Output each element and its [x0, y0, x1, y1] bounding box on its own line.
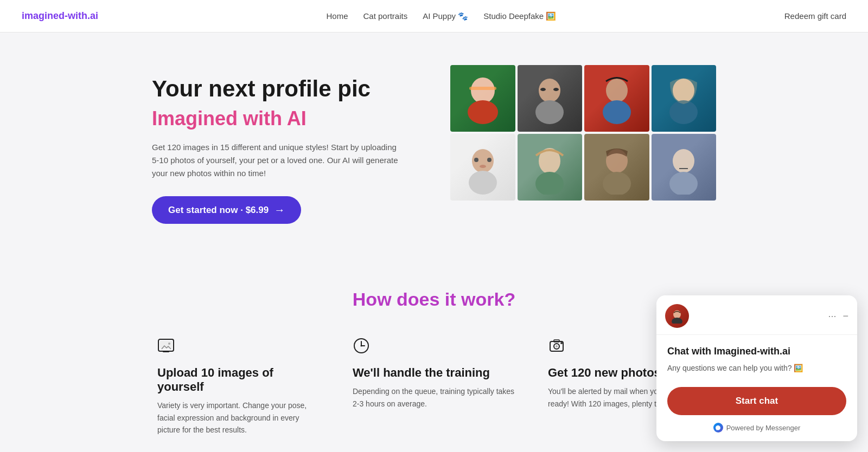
step-2-icon: [353, 337, 515, 358]
arrow-icon: →: [274, 204, 285, 216]
nav-right: Redeem gift card: [784, 11, 846, 21]
get-started-button[interactable]: Get started now · $6.99 →: [152, 196, 301, 224]
hero-grid-cell-2: [518, 65, 583, 132]
chat-avatar: [665, 304, 689, 328]
hero-image-grid: [450, 65, 716, 201]
svg-point-4: [535, 100, 564, 124]
chat-widget-title: Chat with Imagined-with.ai: [667, 346, 846, 357]
minimize-icon[interactable]: −: [843, 311, 848, 322]
chat-widget-message: Any questions we can help you with? 🖼️: [667, 363, 846, 374]
start-chat-button[interactable]: Start chat: [667, 387, 846, 415]
svg-point-14: [487, 158, 492, 162]
nav-links: Home Cat portraits AI Puppy 🐾 Studio Dee…: [326, 11, 556, 21]
svg-point-13: [474, 158, 478, 162]
nav-logo: imagined-with.ai: [22, 10, 98, 22]
hero-text: Your next profile pic Imagined with AI G…: [152, 65, 401, 224]
svg-rect-25: [163, 351, 169, 352]
chat-header: ··· −: [656, 295, 857, 335]
powered-by-text: Powered by Messenger: [726, 424, 801, 432]
step-1: Upload 10 images of yourself Variety is …: [157, 337, 320, 436]
step-2-title: We'll handle the training: [353, 366, 515, 380]
svg-point-32: [556, 345, 558, 347]
nav-ai-puppy[interactable]: AI Puppy 🐾: [423, 11, 468, 21]
svg-point-5: [540, 88, 546, 91]
svg-point-21: [669, 172, 698, 195]
step-1-icon: [157, 337, 320, 358]
svg-point-12: [469, 171, 497, 195]
messenger-icon: [713, 423, 723, 432]
step-1-title: Upload 10 images of yourself: [157, 366, 320, 394]
hero-grid-cell-3: [584, 65, 649, 132]
hero-description: Get 120 images in 15 different and uniqu…: [152, 141, 401, 180]
svg-point-19: [603, 172, 631, 195]
nav-cat-portraits[interactable]: Cat portraits: [363, 11, 407, 21]
hero-grid-cell-8: [652, 134, 717, 201]
step-1-desc: Variety is very important. Change your p…: [157, 399, 320, 436]
svg-point-7: [606, 79, 628, 102]
svg-point-8: [603, 100, 631, 124]
svg-point-15: [480, 165, 486, 168]
svg-point-34: [560, 342, 563, 344]
svg-point-0: [471, 78, 495, 104]
chat-header-icons: ··· −: [828, 311, 848, 322]
redeem-gift-card-link[interactable]: Redeem gift card: [784, 11, 846, 21]
more-options-icon[interactable]: ···: [828, 311, 836, 322]
hero-grid-cell-5: [450, 134, 515, 201]
hero-grid-cell-7: [584, 134, 649, 201]
nav-studio-deepfake[interactable]: Studio Deepfake 🖼️: [483, 11, 556, 21]
hero-title: Your next profile pic: [152, 76, 401, 102]
svg-point-17: [535, 172, 564, 195]
hero-grid-cell-6: [518, 134, 583, 201]
hero-section: Your next profile pic Imagined with AI G…: [54, 33, 814, 256]
hero-subtitle: Imagined with AI: [152, 107, 401, 130]
powered-by: Powered by Messenger: [667, 423, 846, 432]
svg-point-24: [168, 343, 170, 345]
hero-grid-cell-4: [652, 65, 717, 132]
svg-point-1: [468, 100, 498, 124]
hero-grid-cell-1: [450, 65, 515, 132]
step-2: We'll handle the training Depending on t…: [353, 337, 515, 436]
svg-rect-2: [469, 87, 496, 90]
chat-body: Chat with Imagined-with.ai Any questions…: [656, 335, 857, 441]
svg-point-6: [553, 88, 559, 91]
steps-container: Upload 10 images of yourself Variety is …: [136, 337, 732, 436]
nav-home[interactable]: Home: [326, 11, 348, 21]
chat-widget: ··· − Chat with Imagined-with.ai Any que…: [656, 295, 857, 441]
svg-point-20: [673, 149, 694, 173]
svg-point-29: [361, 345, 362, 347]
step-2-desc: Depending on the queue, training typical…: [353, 385, 515, 410]
navbar: imagined-with.ai Home Cat portraits AI P…: [0, 0, 868, 33]
svg-point-36: [672, 318, 682, 324]
